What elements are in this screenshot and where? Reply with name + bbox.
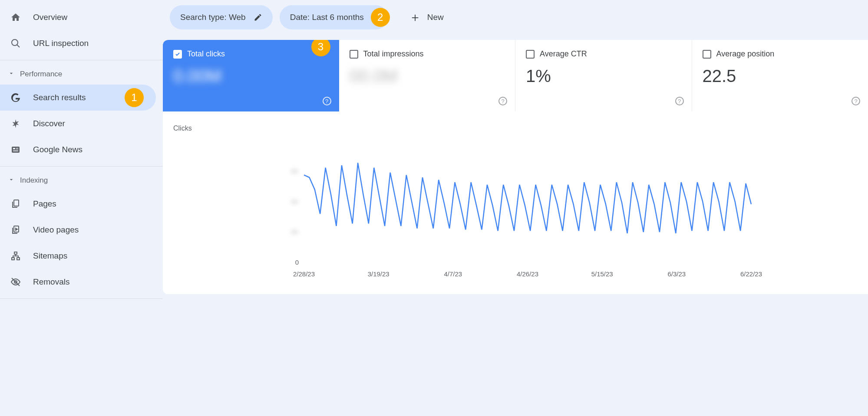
checkbox-unchecked-icon <box>526 50 535 59</box>
nav-video-pages-label: Video pages <box>33 225 79 235</box>
chart-area: Clicks 0000000 2/28/233/19/234/7/234/26/… <box>163 111 868 294</box>
metric-total-impressions-label: Total impressions <box>363 49 424 59</box>
metric-total-impressions-value: 00.0M <box>350 66 505 86</box>
svg-text:5/15/23: 5/15/23 <box>591 270 613 278</box>
news-icon <box>10 144 21 155</box>
eye-off-icon <box>10 277 21 287</box>
svg-rect-2 <box>12 147 20 153</box>
pencil-icon <box>254 13 262 22</box>
search-icon <box>10 38 21 49</box>
svg-text:00: 00 <box>291 167 298 175</box>
nav-overview[interactable]: Overview <box>0 4 163 30</box>
nav-google-news[interactable]: Google News <box>0 137 163 163</box>
help-icon[interactable]: ? <box>851 97 860 105</box>
annotation-1: 1 <box>125 88 144 107</box>
svg-text:4/26/23: 4/26/23 <box>517 270 538 278</box>
nav-removals-label: Removals <box>33 277 69 287</box>
svg-rect-11 <box>12 258 14 260</box>
svg-text:00: 00 <box>291 228 298 236</box>
nav-pages[interactable]: Pages <box>0 191 163 217</box>
metric-total-clicks[interactable]: Total clicks 0.00M ? 3 <box>163 40 339 111</box>
annotation-2: 2 <box>371 8 390 27</box>
metric-total-clicks-label: Total clicks <box>187 49 225 59</box>
svg-rect-7 <box>13 151 18 151</box>
svg-rect-12 <box>17 258 20 260</box>
svg-point-0 <box>12 39 18 46</box>
svg-text:4/7/23: 4/7/23 <box>444 270 462 278</box>
nav-discover[interactable]: Discover <box>0 111 163 137</box>
section-indexing-label: Indexing <box>20 176 48 185</box>
metric-avg-ctr-label: Average CTR <box>540 49 587 59</box>
section-performance-label: Performance <box>20 70 62 79</box>
chart-title: Clicks <box>173 124 860 132</box>
metric-avg-ctr-value: 1% <box>526 66 681 86</box>
add-filter-label: New <box>427 13 444 22</box>
main-content: Search type: Web Date: Last 6 months 2 ＋… <box>163 0 868 416</box>
svg-line-1 <box>17 45 20 47</box>
nav-video-pages[interactable]: Video pages <box>0 217 163 243</box>
svg-text:6/3/23: 6/3/23 <box>667 270 686 278</box>
svg-text:3/19/23: 3/19/23 <box>368 270 389 278</box>
svg-rect-8 <box>14 200 19 206</box>
nav-overview-label: Overview <box>33 13 67 22</box>
section-indexing[interactable]: Indexing <box>0 170 163 191</box>
help-icon[interactable]: ? <box>675 97 684 105</box>
video-pages-icon <box>10 225 21 235</box>
metric-avg-ctr[interactable]: Average CTR 1% ? <box>515 40 692 111</box>
checkbox-checked-icon <box>173 50 182 59</box>
nav-search-results[interactable]: Search results 1 <box>0 85 156 111</box>
section-performance[interactable]: Performance <box>0 64 163 85</box>
nav-url-inspection-label: URL inspection <box>33 39 89 48</box>
filter-date-label: Date: Last 6 months <box>290 13 364 22</box>
metric-avg-position-label: Average position <box>716 49 775 59</box>
google-g-icon <box>10 92 21 103</box>
pages-icon <box>10 199 21 209</box>
metric-avg-position-value: 22.5 <box>703 66 858 86</box>
help-icon[interactable]: ? <box>323 97 331 105</box>
filter-search-type[interactable]: Search type: Web <box>170 5 273 29</box>
nav-sitemaps-label: Sitemaps <box>33 251 67 261</box>
svg-rect-5 <box>16 149 18 149</box>
filter-bar: Search type: Web Date: Last 6 months 2 ＋… <box>163 5 868 40</box>
divider <box>0 166 163 167</box>
clicks-chart: 0000000 2/28/233/19/234/7/234/26/235/15/… <box>173 137 860 284</box>
add-filter-button[interactable]: ＋ New <box>404 9 449 26</box>
nav-removals[interactable]: Removals <box>0 269 163 295</box>
svg-text:0: 0 <box>295 259 299 266</box>
svg-rect-4 <box>16 148 18 148</box>
nav-pages-label: Pages <box>33 199 56 209</box>
metrics-row: Total clicks 0.00M ? 3 Total impressions… <box>163 40 868 111</box>
performance-card: Total clicks 0.00M ? 3 Total impressions… <box>163 40 868 294</box>
metric-avg-position[interactable]: Average position 22.5 ? <box>692 40 868 111</box>
nav-sitemaps[interactable]: Sitemaps <box>0 243 163 269</box>
asterisk-icon <box>10 118 21 129</box>
sitemap-icon <box>10 251 21 261</box>
svg-rect-3 <box>13 148 15 149</box>
checkbox-unchecked-icon <box>703 50 711 59</box>
filter-search-type-label: Search type: Web <box>180 13 246 22</box>
filter-date[interactable]: Date: Last 6 months 2 <box>280 5 388 29</box>
metric-total-clicks-value: 0.00M <box>173 66 329 86</box>
checkbox-unchecked-icon <box>350 50 358 59</box>
chevron-down-icon <box>8 176 16 185</box>
divider <box>0 60 163 60</box>
sidebar: Overview URL inspection Performance Sear… <box>0 0 163 416</box>
svg-text:00: 00 <box>291 198 298 205</box>
svg-text:6/22/23: 6/22/23 <box>740 270 762 278</box>
svg-rect-10 <box>14 252 17 254</box>
plus-icon: ＋ <box>409 9 421 26</box>
nav-discover-label: Discover <box>33 119 65 128</box>
nav-url-inspection[interactable]: URL inspection <box>0 30 163 56</box>
svg-text:2/28/23: 2/28/23 <box>293 270 315 278</box>
chevron-down-icon <box>8 70 16 79</box>
svg-rect-6 <box>13 150 18 151</box>
divider <box>0 298 163 299</box>
metric-total-impressions[interactable]: Total impressions 00.0M ? <box>339 40 516 111</box>
nav-search-results-label: Search results <box>33 93 86 102</box>
home-icon <box>10 12 21 23</box>
help-icon[interactable]: ? <box>498 97 507 105</box>
nav-google-news-label: Google News <box>33 145 83 154</box>
